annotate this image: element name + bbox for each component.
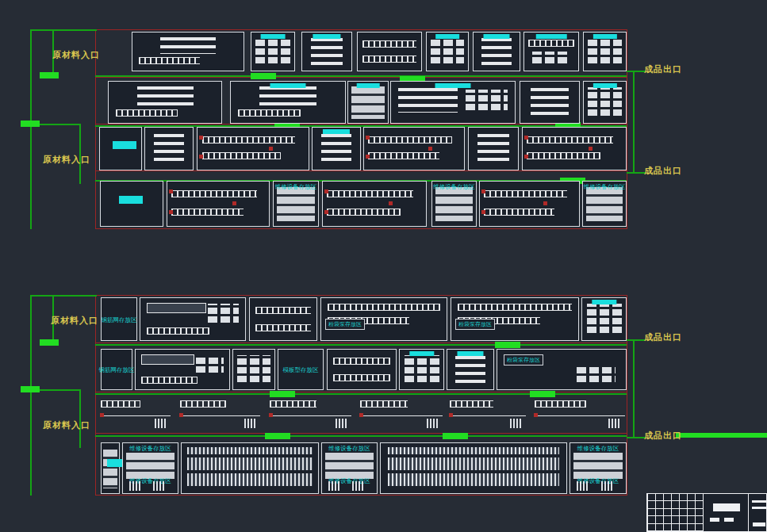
red-marker — [534, 413, 538, 417]
cyan-highlight-strip — [409, 351, 434, 356]
equipment-block-plain[interactable] — [99, 127, 142, 170]
equipment-block-slabcomb[interactable] — [132, 32, 244, 71]
equipment-block-comb2[interactable] — [249, 297, 317, 341]
equipment-block-prodline[interactable] — [359, 396, 444, 431]
equipment-block-slabcomb[interactable] — [108, 81, 222, 124]
equipment-block-plain[interactable] — [100, 181, 163, 227]
conveyor-comb — [333, 358, 390, 365]
equipment-block-slabcomb[interactable] — [230, 81, 346, 124]
title-block-title-cell — [703, 494, 749, 531]
conveyor-comb — [255, 307, 312, 314]
equipment-block-dots[interactable] — [581, 297, 627, 341]
equipment-block-prod[interactable] — [322, 181, 427, 227]
equipment-block-plain[interactable]: 钢筋网存放区 — [101, 297, 137, 341]
title-block-cell-text — [710, 518, 719, 522]
equipment-block-pallet[interactable]: 维修设备存放区 — [582, 181, 627, 227]
red-marker — [324, 189, 328, 193]
equipment-block-vstripes[interactable] — [181, 442, 319, 494]
equipment-block-plain[interactable]: 模板型存放区 — [278, 349, 324, 390]
production-line-comb — [360, 400, 407, 408]
equipment-block-pallet[interactable] — [101, 442, 120, 494]
dot-grid-pattern — [196, 355, 224, 375]
equipment-block-slabs[interactable] — [144, 127, 194, 170]
equipment-block-machine[interactable] — [135, 349, 230, 390]
equipment-block-slabs[interactable] — [312, 127, 361, 170]
exit-label: 成品出口 — [644, 63, 682, 75]
conveyor-comb — [141, 377, 198, 384]
equipment-block-prodline[interactable] — [178, 396, 262, 431]
storage-area-label: 钢筋网存放区 — [99, 366, 135, 373]
equipment-block-boxdots[interactable]: 粉袋泵存放区 — [497, 349, 627, 390]
red-marker — [232, 201, 236, 205]
equipment-block-palletlbl2[interactable]: 维修设备存放区维修设备存放区 — [122, 442, 178, 494]
red-marker — [524, 155, 528, 159]
equipment-block-prodline[interactable] — [448, 396, 527, 431]
equipment-block-slabs[interactable] — [520, 81, 580, 124]
equipment-block-slabs[interactable] — [447, 349, 494, 390]
storage-area-label: 维修设备存放区 — [328, 445, 370, 452]
equipment-block-comb2[interactable] — [327, 349, 397, 390]
dot-grid-pattern — [208, 304, 240, 325]
equipment-block-prod[interactable] — [197, 127, 309, 170]
equipment-block-prod[interactable] — [479, 181, 580, 227]
equipment-block-dots[interactable] — [232, 349, 275, 390]
storage-area-label: 模板型存放区 — [283, 366, 319, 373]
equipment-block-dots[interactable] — [583, 32, 627, 71]
equipment-block-prodline[interactable] — [533, 396, 627, 431]
production-line-comb — [202, 136, 296, 144]
equipment-block-slabs[interactable] — [301, 32, 352, 71]
storage-area-label: 钢筋网存放区 — [102, 316, 137, 323]
exit-label: 成品出口 — [644, 331, 682, 343]
equipment-block-machine2[interactable]: 粉袋泵存放区 — [451, 297, 579, 341]
equipment-block-machine[interactable] — [140, 297, 246, 341]
equipment-block-pallet[interactable]: 维修设备存放区 — [273, 181, 319, 227]
equipment-block-slabdots[interactable] — [390, 81, 516, 124]
cyan-highlight-strip — [313, 34, 340, 39]
small-crate — [244, 419, 257, 428]
equipment-block-dots[interactable] — [426, 32, 469, 71]
equipment-block-plain[interactable]: 钢筋网存放区 — [101, 349, 132, 390]
production-line-comb — [327, 209, 400, 216]
red-marker — [199, 136, 203, 140]
conveyor-comb — [255, 324, 312, 331]
equipment-block-combdots[interactable] — [523, 32, 579, 71]
cyan-highlight-strip — [270, 83, 306, 88]
production-line-comb — [171, 190, 257, 197]
equipment-block-palletlbl2[interactable]: 维修设备存放区维修设备存放区 — [321, 442, 378, 494]
equipment-block-slabs[interactable] — [468, 127, 519, 170]
wall-line — [627, 71, 646, 72]
equipment-block-dots[interactable] — [583, 81, 627, 124]
conveyor-comb — [528, 40, 573, 47]
equipment-block-prod[interactable] — [363, 127, 465, 170]
equipment-block-prodline[interactable] — [268, 396, 353, 431]
equipment-block-vstripes[interactable] — [380, 442, 567, 494]
equipment-block-palletlbl2[interactable]: 维修设备存放区维修设备存放区 — [569, 442, 627, 494]
production-line-comb — [171, 209, 244, 216]
equipment-block-slabs[interactable] — [473, 32, 520, 71]
storage-area-label: 维修设备存放区 — [584, 183, 626, 190]
equipment-block-machine2[interactable]: 粉袋泵存放区 — [320, 297, 447, 341]
small-crate — [155, 419, 167, 428]
equipment-block-pallet[interactable] — [347, 81, 389, 124]
equipment-block-pallet[interactable]: 维修设备存放区 — [431, 181, 477, 227]
machine-body — [141, 354, 194, 365]
conveyor-comb — [147, 327, 209, 335]
equipment-block-comb2[interactable] — [357, 32, 422, 71]
wall-line — [79, 389, 81, 448]
red-marker — [179, 413, 183, 417]
small-crate — [510, 419, 523, 428]
production-line-comb — [202, 152, 281, 159]
equipment-block-dots[interactable] — [399, 349, 444, 390]
storage-area-label: 维修设备存放区 — [577, 445, 619, 452]
equipment-block-prodline[interactable] — [99, 396, 172, 431]
equipment-block-dots[interactable] — [251, 32, 295, 71]
cyan-highlight-strip — [536, 34, 567, 39]
cad-canvas[interactable]: 原材料入口原材料入口成品出口成品出口维修设备存放区维修设备存放区维修设备存放区原… — [0, 0, 767, 532]
red-marker — [524, 136, 528, 140]
cyan-highlight-strip — [593, 83, 616, 88]
red-marker — [481, 210, 485, 214]
equipment-block-prod[interactable] — [522, 127, 627, 170]
zone-frame-line — [627, 295, 627, 496]
equipment-block-prod[interactable] — [167, 181, 270, 227]
storage-area-label: 维修设备存放区 — [433, 183, 475, 190]
